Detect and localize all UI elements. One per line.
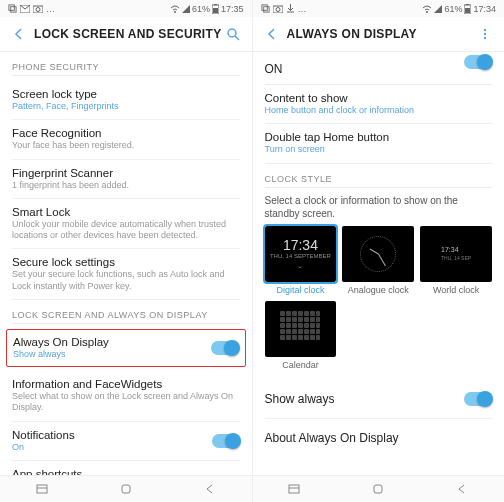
clock-text-left: 17:35 — [221, 4, 244, 14]
item-notifications[interactable]: Notifications On — [12, 422, 240, 461]
item-title: Double tap Home button — [265, 131, 493, 143]
item-screen-lock-type[interactable]: Screen lock type Pattern, Face, Fingerpr… — [12, 81, 240, 120]
clock-row-1: 17:34 THU, 14 SEPTEMBER ⌄ Digital clock … — [265, 226, 493, 295]
clock-preview-calendar — [265, 301, 337, 357]
svg-rect-12 — [261, 5, 266, 10]
item-sub: Set your secure lock functions, such as … — [12, 269, 240, 292]
phone-left: … 61% 17:35 LOCK SCREEN AND SECURITY PHO… — [0, 0, 253, 502]
clock-label: Calendar — [265, 360, 337, 370]
item-information-facewidgets[interactable]: Information and FaceWidgets Select what … — [12, 371, 240, 422]
statusbar-right: … 61% 17:34 — [253, 0, 505, 17]
svg-rect-24 — [374, 485, 382, 493]
svg-rect-10 — [37, 485, 47, 493]
item-title: Secure lock settings — [12, 256, 240, 268]
clock-label: Analogue clock — [342, 285, 414, 295]
clock-preview-digital: 17:34 THU, 14 SEPTEMBER ⌄ — [265, 226, 337, 282]
tab-icon — [8, 4, 17, 13]
svg-point-4 — [36, 7, 40, 11]
clock-calendar[interactable]: Calendar — [265, 301, 337, 370]
item-show-always[interactable]: Show always — [265, 380, 493, 419]
preview-time: 17:34 — [270, 237, 331, 253]
item-title: Content to show — [265, 92, 493, 104]
back-icon[interactable] — [10, 25, 28, 43]
status-more-dots: … — [298, 4, 307, 14]
item-sub: Show always — [13, 349, 239, 360]
header-left: LOCK SCREEN AND SECURITY — [0, 17, 252, 52]
camera-icon — [33, 5, 43, 13]
item-sub: On — [12, 442, 240, 453]
navbar-right — [253, 475, 505, 502]
clock-digital[interactable]: 17:34 THU, 14 SEPTEMBER ⌄ Digital clock — [265, 226, 337, 295]
clock-world[interactable]: 17:34 THU, 14 SEP World clock — [420, 226, 492, 295]
nav-home-icon[interactable] — [371, 482, 385, 496]
item-title: Face Recognition — [12, 127, 240, 139]
toggle-show-always[interactable] — [464, 392, 492, 406]
header-right: ALWAYS ON DISPLAY — [253, 17, 505, 52]
clock-analogue[interactable]: Analogue clock — [342, 226, 414, 295]
toggle-aod[interactable] — [211, 341, 239, 355]
preview-date: THU, 14 SEP — [441, 255, 471, 261]
nav-recents-icon[interactable] — [35, 482, 49, 496]
item-content-to-show[interactable]: Content to show Home button and clock or… — [265, 85, 493, 124]
svg-point-16 — [426, 11, 428, 13]
nav-recents-icon[interactable] — [287, 482, 301, 496]
mail-icon — [20, 5, 30, 13]
item-fingerprint-scanner[interactable]: Fingerprint Scanner 1 fingerprint has be… — [12, 160, 240, 199]
clock-text-right: 17:34 — [473, 4, 496, 14]
item-sub: Unlock your mobile device automatically … — [12, 219, 240, 242]
toggle-on[interactable] — [464, 55, 492, 69]
section-phone-security: PHONE SECURITY — [12, 62, 240, 76]
clock-style-descr: Select a clock or information to show on… — [265, 194, 493, 220]
svg-point-15 — [276, 7, 280, 11]
header-title-left: LOCK SCREEN AND SECURITY — [34, 27, 224, 41]
back-icon[interactable] — [263, 25, 281, 43]
item-double-tap-home[interactable]: Double tap Home button Turn on screen — [265, 124, 493, 163]
item-smart-lock[interactable]: Smart Lock Unlock your mobile device aut… — [12, 199, 240, 250]
battery-text-left: 61% — [192, 4, 210, 14]
toggle-notifications[interactable] — [212, 434, 240, 448]
item-title: Always On Display — [13, 336, 239, 348]
chevron-down-icon: ⌄ — [270, 262, 331, 270]
item-always-on-display[interactable]: Always On Display Show always — [13, 336, 239, 360]
item-title: Screen lock type — [12, 88, 240, 100]
svg-point-21 — [484, 33, 486, 35]
svg-rect-19 — [465, 8, 470, 13]
analogue-face-icon — [360, 236, 396, 272]
item-title: Smart Lock — [12, 206, 240, 218]
section-lockscreen-aod: LOCK SCREEN AND ALWAYS ON DISPLAY — [12, 310, 240, 324]
nav-back-icon[interactable] — [203, 482, 217, 496]
item-app-shortcuts[interactable]: App shortcuts Select apps to open from t… — [12, 461, 240, 475]
item-sub: Pattern, Face, Fingerprints — [12, 101, 240, 112]
calendar-grid-icon — [280, 311, 320, 347]
item-title: App shortcuts — [12, 468, 240, 475]
nav-home-icon[interactable] — [119, 482, 133, 496]
svg-point-9 — [228, 29, 236, 37]
item-title: Show always — [265, 392, 493, 406]
item-face-recognition[interactable]: Face Recognition Your face has been regi… — [12, 120, 240, 159]
svg-rect-8 — [213, 8, 218, 13]
item-sub: 1 fingerprint has been added. — [12, 180, 240, 191]
item-title: Notifications — [12, 429, 240, 441]
battery-icon — [212, 4, 219, 14]
on-label: ON — [265, 62, 283, 76]
download-icon — [286, 4, 295, 13]
svg-rect-0 — [9, 5, 14, 10]
nav-back-icon[interactable] — [455, 482, 469, 496]
svg-rect-1 — [11, 7, 16, 12]
item-title: Fingerprint Scanner — [12, 167, 240, 179]
wifi-icon — [422, 5, 432, 13]
statusbar-left: … 61% 17:35 — [0, 0, 252, 17]
signal-icon — [182, 5, 190, 13]
clock-label: Digital clock — [265, 285, 337, 295]
svg-point-5 — [174, 11, 176, 13]
item-title: Information and FaceWidgets — [12, 378, 240, 390]
phone-right: … 61% 17:34 ALWAYS ON DISPLAY ON Content… — [253, 0, 505, 502]
search-icon[interactable] — [224, 25, 242, 43]
more-icon[interactable] — [476, 25, 494, 43]
item-secure-lock-settings[interactable]: Secure lock settings Set your secure loc… — [12, 249, 240, 300]
item-about-aod[interactable]: About Always On Display — [265, 419, 493, 457]
item-on-master[interactable]: ON — [265, 52, 493, 85]
preview-date: THU, 14 SEPTEMBER — [270, 253, 331, 259]
svg-rect-13 — [263, 7, 268, 12]
battery-icon — [464, 4, 471, 14]
